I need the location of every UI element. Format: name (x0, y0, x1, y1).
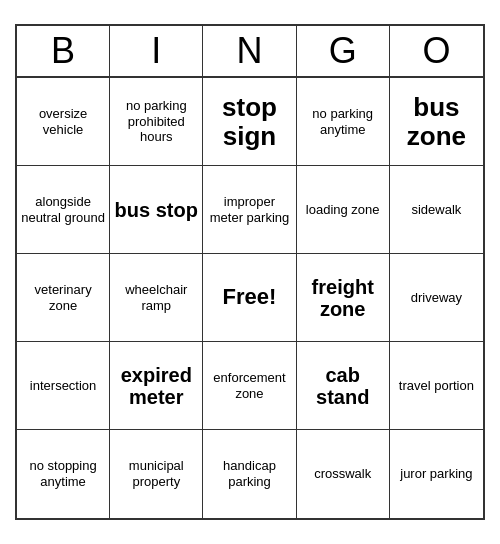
bingo-cell-18: cab stand (297, 342, 390, 430)
bingo-cell-1: no parking prohibited hours (110, 78, 203, 166)
bingo-cell-9: sidewalk (390, 166, 483, 254)
bingo-cell-7: improper meter parking (203, 166, 296, 254)
bingo-cell-0: oversize vehicle (17, 78, 110, 166)
bingo-cell-24: juror parking (390, 430, 483, 518)
bingo-cell-16: expired meter (110, 342, 203, 430)
bingo-cell-17: enforcement zone (203, 342, 296, 430)
bingo-cell-10: veterinary zone (17, 254, 110, 342)
bingo-cell-14: driveway (390, 254, 483, 342)
bingo-cell-12: Free! (203, 254, 296, 342)
header-letter-g: G (297, 26, 390, 76)
header-letter-i: I (110, 26, 203, 76)
bingo-cell-22: handicap parking (203, 430, 296, 518)
header-letter-b: B (17, 26, 110, 76)
bingo-header: BINGO (17, 26, 483, 78)
bingo-cell-23: crosswalk (297, 430, 390, 518)
bingo-cell-11: wheelchair ramp (110, 254, 203, 342)
bingo-grid: oversize vehicleno parking prohibited ho… (17, 78, 483, 518)
bingo-cell-19: travel portion (390, 342, 483, 430)
bingo-cell-8: loading zone (297, 166, 390, 254)
header-letter-o: O (390, 26, 483, 76)
bingo-cell-4: bus zone (390, 78, 483, 166)
bingo-cell-21: municipal property (110, 430, 203, 518)
bingo-cell-5: alongside neutral ground (17, 166, 110, 254)
bingo-cell-20: no stopping anytime (17, 430, 110, 518)
bingo-cell-15: intersection (17, 342, 110, 430)
bingo-cell-6: bus stop (110, 166, 203, 254)
bingo-cell-13: freight zone (297, 254, 390, 342)
bingo-cell-3: no parking anytime (297, 78, 390, 166)
header-letter-n: N (203, 26, 296, 76)
bingo-card: BINGO oversize vehicleno parking prohibi… (15, 24, 485, 520)
bingo-cell-2: stop sign (203, 78, 296, 166)
